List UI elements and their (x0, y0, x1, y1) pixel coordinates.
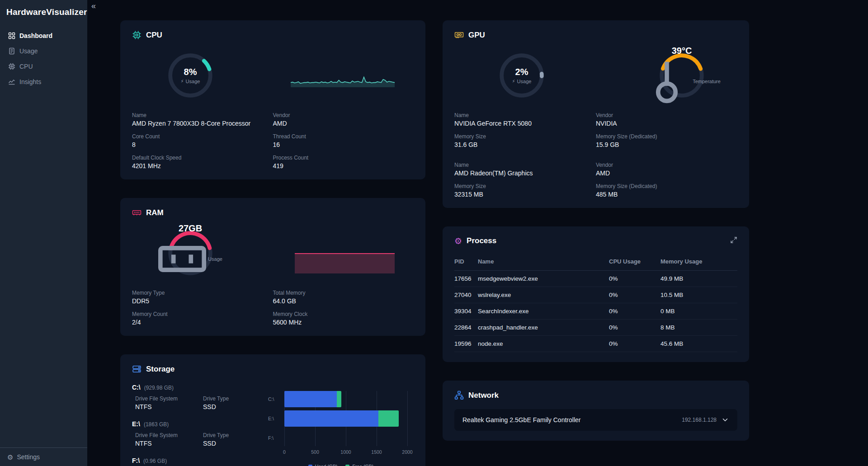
process-gear-icon: ⚙ (454, 237, 462, 245)
drive-letter: C:\ (132, 384, 141, 391)
field-label: Drive Type (203, 432, 261, 438)
process-name: node.exe (478, 340, 609, 347)
process-cpu-usage: 0% (609, 275, 660, 282)
process-cpu-usage: 0% (609, 308, 660, 315)
gpu-memory-value: 32315 MB (454, 191, 596, 198)
process-row[interactable]: 27040wslrelay.exe0%10.5 MB (454, 287, 737, 303)
sidebar-item-dashboard[interactable]: Dashboard (0, 28, 87, 43)
ram-details: Memory TypeDDR5 Total Memory64.0 GB Memo… (132, 290, 414, 326)
drive-letter: F:\ (132, 457, 140, 464)
cpu-chip-icon (132, 30, 142, 40)
process-memory-usage: 49.9 MB (660, 275, 737, 282)
storage-drives-icon (132, 364, 142, 374)
used-bar-segment (284, 410, 378, 427)
card-title-process: Process (467, 236, 496, 245)
gpu-device-nvidia: NameNVIDIA GeForce RTX 5080 VendorNVIDIA… (454, 112, 737, 148)
field-label: Default Clock Speed (132, 155, 273, 161)
process-pid: 19596 (454, 340, 478, 347)
sidebar-item-cpu[interactable]: CPU (0, 59, 87, 74)
field-label: Drive Type (203, 395, 261, 402)
field-label: Memory Size (454, 133, 596, 140)
card-title-storage: Storage (146, 365, 175, 374)
x-tick-label: 2000 (402, 449, 412, 455)
process-row[interactable]: 39304SearchIndexer.exe0%0 MB (454, 303, 737, 320)
gpu-name-value: AMD Radeon(TM) Graphics (454, 169, 596, 177)
field-label: Process Count (273, 155, 414, 161)
network-adapter-row[interactable]: Realtek Gaming 2.5GbE Family Controller … (454, 409, 737, 431)
process-cpu-usage: 0% (609, 324, 660, 331)
field-label: Name (132, 112, 273, 118)
sidebar-item-settings[interactable]: ⚙ Settings (0, 447, 87, 466)
ram-mini-icon (158, 235, 206, 283)
field-label: Memory Size (454, 183, 596, 189)
ram-type-value: DDR5 (132, 297, 273, 305)
bar-track (284, 410, 407, 427)
drive-size: (1863 GB) (144, 421, 169, 428)
adapter-ip: 192.168.1.128 (682, 417, 717, 423)
field-label: Vendor (273, 112, 414, 118)
cpu-clock-value: 4201 MHz (132, 162, 273, 169)
drive-type-value: SSD (203, 403, 261, 410)
field-label: Name (454, 112, 596, 118)
drive-size: (929.98 GB) (144, 385, 174, 391)
field-label: Memory Size (Dedicated) (596, 183, 737, 189)
field-label: Vendor (596, 162, 737, 168)
gpu-vendor-value: AMD (596, 169, 737, 177)
sidebar-item-label: Usage (19, 47, 38, 55)
sidebar-item-insights[interactable]: Insights (0, 74, 87, 89)
drive-list: C:\(929.98 GB) Drive File SystemNTFS Dri… (132, 384, 261, 466)
x-tick-label: 1000 (340, 449, 351, 455)
cpu-thread-count-value: 16 (273, 141, 414, 148)
bar-track (284, 430, 407, 446)
field-label: Core Count (132, 133, 273, 140)
bar-category-label: C:\ (268, 396, 284, 402)
expand-process-button[interactable] (730, 236, 737, 245)
gpu-temp-label: Temperature (693, 79, 721, 84)
free-swatch (345, 465, 349, 466)
field-label: Memory Type (132, 290, 273, 296)
gpu-usage-gauge: 2% ⚡Usage (498, 52, 546, 99)
gpu-vendor-value: NVIDIA (596, 120, 737, 127)
cpu-usage-sparkline (291, 64, 395, 87)
cpu-name-value: AMD Ryzen 7 7800X3D 8-Core Processor (132, 120, 273, 127)
gpu-device-amd: NameAMD Radeon(TM) Graphics VendorAMD Me… (454, 162, 737, 198)
cpu-usage-gauge: 8% ⚡Usage (166, 52, 214, 99)
cpu-vendor-value: AMD (273, 120, 414, 127)
used-bar-segment (284, 391, 337, 407)
gpu-memory-dedicated-value: 485 MB (596, 191, 737, 198)
drive-c: C:\(929.98 GB) Drive File SystemNTFS Dri… (132, 384, 261, 410)
x-tick-label: 500 (311, 449, 319, 455)
field-label: Vendor (596, 112, 737, 118)
gpu-memory-value: 31.6 GB (454, 141, 596, 148)
gear-icon: ⚙ (7, 454, 13, 461)
field-label: Drive File System (135, 432, 203, 438)
process-table-header: PID Name CPU Usage Memory Usage (454, 254, 737, 271)
usage-report-icon (8, 47, 15, 55)
storage-bar-row: F:\ (284, 430, 414, 446)
ram-usage-gauge: 27GB Usage (166, 229, 214, 277)
sidebar: HardwareVisualizer Dashboard Usage CPU I… (0, 0, 87, 466)
process-row[interactable]: 22864crashpad_handler.exe0%8 MB (454, 320, 737, 336)
cpu-chip-icon (8, 63, 15, 70)
sidebar-item-label: Insights (19, 78, 41, 85)
gpu-icon (454, 30, 464, 40)
process-row[interactable]: 19596node.exe0%45.6 MB (454, 336, 737, 352)
chevron-down-icon[interactable] (721, 416, 729, 424)
ram-gauge-label: Usage (208, 256, 222, 262)
chart-legend: Used (GB) Free (GB) (268, 464, 414, 466)
bar-track (284, 391, 407, 407)
drive-letter: E:\ (132, 420, 140, 428)
process-row[interactable]: 17656msedgewebview2.exe0%49.9 MB (454, 271, 737, 287)
ram-card: RAM 27GB Usage (120, 198, 425, 336)
sidebar-collapse-button[interactable]: « (91, 1, 96, 11)
bar-category-label: E:\ (268, 416, 284, 421)
gpu-card: GPU 2% ⚡Usage (443, 20, 749, 208)
process-pid: 39304 (454, 308, 478, 315)
sidebar-item-label: Dashboard (19, 32, 52, 39)
sidebar-item-usage[interactable]: Usage (0, 43, 87, 59)
insights-chart-icon (8, 78, 15, 85)
sidebar-nav: Dashboard Usage CPU Insights (0, 28, 87, 89)
field-label: Memory Clock (273, 311, 414, 317)
dashboard-grid-icon (8, 32, 15, 39)
drive-e: E:\(1863 GB) Drive File SystemNTFS Drive… (132, 420, 261, 447)
